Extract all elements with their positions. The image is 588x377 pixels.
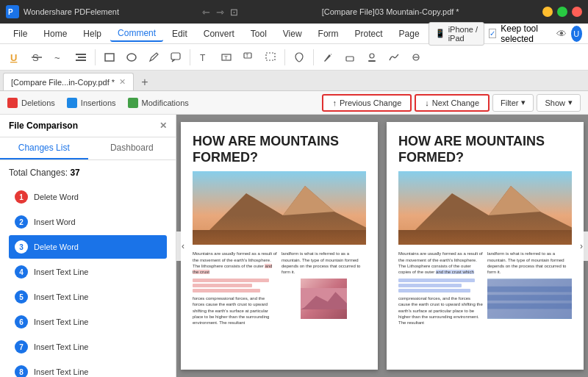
main-tab[interactable]: [Compare File...in-Copy.pdf * ✕: [3, 73, 134, 90]
menu-tool[interactable]: Tool: [243, 26, 274, 41]
callout2-btn[interactable]: T: [238, 47, 259, 68]
callout-btn[interactable]: [165, 47, 186, 68]
change-label-6: Insert Text Line: [34, 317, 88, 326]
tab-changes-list[interactable]: Changes List: [0, 137, 88, 159]
pdf-right-text1: Mountains are usually formed as a result…: [398, 251, 483, 276]
rect-btn[interactable]: [99, 47, 120, 68]
next-change-label: Next Change: [432, 98, 479, 107]
history-icon: ⇽: [202, 7, 210, 18]
prev-change-label: Previous Change: [340, 98, 401, 107]
close-button[interactable]: [572, 7, 582, 17]
stamp-btn[interactable]: [362, 47, 382, 68]
textbox-btn[interactable]: T: [216, 47, 237, 68]
svg-rect-8: [76, 60, 86, 61]
change-item-4[interactable]: 4 Insert Text Line: [9, 260, 167, 284]
menu-page[interactable]: Page: [392, 26, 427, 41]
insertions-legend: Insertions: [67, 98, 116, 108]
change-num-7: 7: [15, 340, 28, 353]
change-num-1: 1: [15, 190, 28, 204]
change-label-8: Insert Text Line: [34, 367, 88, 376]
tab-dashboard[interactable]: Dashboard: [88, 137, 176, 159]
show-chevron-icon: ▾: [568, 98, 573, 107]
area2-btn[interactable]: [406, 47, 426, 68]
toolbar-sep-3: [284, 49, 285, 65]
menu-form[interactable]: Form: [311, 26, 346, 41]
area-btn[interactable]: [260, 47, 281, 68]
change-item-5[interactable]: 5 Insert Text Line: [9, 285, 167, 309]
svg-point-10: [127, 54, 136, 61]
pdf-left-text1: Mountains are usually formed as a result…: [193, 251, 277, 276]
modifications-label: Modifications: [142, 98, 189, 107]
modifications-legend: Modifications: [128, 98, 189, 108]
eye-icon[interactable]: 👁: [556, 28, 567, 40]
change-item-8[interactable]: 8 Insert Text Line: [9, 360, 167, 377]
next-change-icon: ↓: [425, 98, 429, 107]
compare-actions: ↑ Previous Change ↓ Next Change Filter ▾…: [322, 94, 581, 112]
change-item-3[interactable]: 3 Delete Word: [9, 235, 167, 259]
change-item-6[interactable]: 6 Insert Text Line: [9, 310, 167, 334]
menu-home[interactable]: Home: [36, 26, 74, 41]
attach-btn[interactable]: [289, 47, 309, 68]
next-change-button[interactable]: ↓ Next Change: [415, 94, 490, 112]
main-content: File Comparison ✕ Changes List Dashboard…: [0, 115, 588, 377]
svg-text:T: T: [224, 54, 228, 61]
bookmark-icon: ⊡: [230, 7, 238, 18]
minimize-button[interactable]: [542, 7, 553, 17]
user-avatar[interactable]: U: [571, 26, 582, 42]
show-label: Show: [545, 98, 565, 107]
sidebar-close-icon[interactable]: ✕: [159, 121, 167, 131]
menu-protect[interactable]: Protect: [348, 26, 390, 41]
redo-icon: ⇾: [216, 7, 224, 18]
pencil-btn[interactable]: [143, 47, 164, 68]
maximize-button[interactable]: [557, 7, 567, 17]
pen-btn[interactable]: [318, 47, 338, 68]
change-num-5: 5: [15, 290, 28, 304]
change-item-1[interactable]: 1 Delete Word: [9, 185, 167, 209]
indent-btn[interactable]: [71, 47, 91, 68]
menu-help[interactable]: Help: [76, 26, 109, 41]
strikethrough-btn[interactable]: S: [26, 47, 47, 68]
underline-btn[interactable]: U: [4, 47, 25, 68]
typewriter-btn[interactable]: T: [194, 47, 215, 68]
nav-prev-arrow[interactable]: ‹: [176, 231, 190, 261]
menu-view[interactable]: View: [276, 26, 309, 41]
compare-bar: Deletions Insertions Modifications ↑ Pre…: [0, 91, 588, 115]
modifications-dot: [128, 98, 138, 108]
change-label-2: Insert Word: [34, 218, 76, 226]
menu-edit[interactable]: Edit: [165, 26, 195, 41]
eraser-btn[interactable]: [340, 47, 360, 68]
ellipse-btn[interactable]: [121, 47, 142, 68]
pdf-area: ‹ HOW ARE MOUNTAINS FORMED?: [176, 115, 588, 377]
change-item-7[interactable]: 7 Insert Text Line: [9, 335, 167, 359]
filter-label: Filter: [501, 98, 518, 107]
pdf-page-right: HOW ARE MOUNTAINS FORMED?: [387, 122, 584, 370]
squiggly-btn[interactable]: ~: [49, 47, 69, 68]
menu-comment[interactable]: Comment: [110, 26, 163, 42]
sidebar-header: File Comparison ✕: [0, 115, 176, 137]
iphone-ipad-button[interactable]: 📱 iPhone / iPad: [429, 22, 485, 46]
sidebar: File Comparison ✕ Changes List Dashboard…: [0, 115, 176, 377]
file-name: [Compare File]03 Mountain-Copy.pdf *: [322, 7, 459, 16]
menu-convert[interactable]: Convert: [196, 26, 242, 41]
menu-file[interactable]: File: [6, 26, 35, 41]
change-label-5: Insert Text Line: [34, 292, 88, 301]
tab-label: [Compare File...in-Copy.pdf *: [11, 78, 115, 87]
toolbar-sep-2: [190, 49, 190, 65]
nav-next-arrow[interactable]: ›: [575, 231, 588, 261]
prev-change-button[interactable]: ↑ Previous Change: [322, 94, 412, 112]
tab-close-icon[interactable]: ✕: [119, 77, 126, 87]
svg-rect-18: [346, 57, 354, 61]
keep-tool-checkbox[interactable]: [489, 29, 496, 38]
insertions-dot: [67, 98, 77, 108]
show-button[interactable]: Show ▾: [537, 94, 581, 112]
insertions-label: Insertions: [81, 98, 116, 107]
add-tab-button[interactable]: +: [137, 74, 153, 90]
svg-rect-26: [193, 230, 366, 245]
total-changes: Total Changes: 37: [9, 168, 167, 178]
pdf-right-small-image: [487, 279, 572, 319]
svg-rect-17: [266, 53, 275, 60]
change-item-2[interactable]: 2 Insert Word: [9, 210, 167, 234]
signature-btn[interactable]: [384, 47, 404, 68]
pdf-left-title: HOW ARE MOUNTAINS FORMED?: [193, 134, 366, 165]
filter-button[interactable]: Filter ▾: [492, 94, 534, 112]
